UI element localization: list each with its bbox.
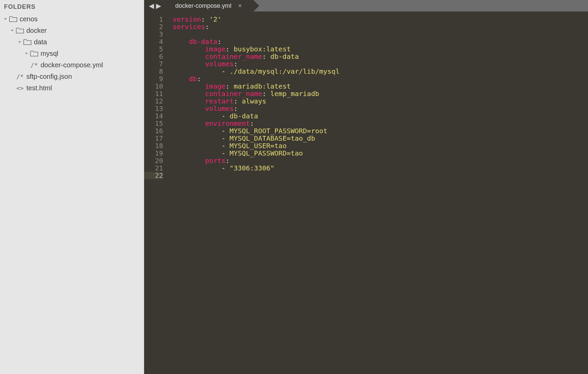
folder-icon [16, 27, 24, 34]
line-number: 13 [144, 105, 163, 112]
tab-nav-arrows: ◀ ▶ [144, 0, 166, 11]
line-number: 22 [144, 172, 163, 179]
sidebar-header: FOLDERS [0, 0, 144, 13]
disclosure-triangle-icon[interactable] [17, 39, 22, 45]
code-line [173, 30, 588, 38]
code-line: version: '2' [173, 16, 588, 23]
code-line: - MYSQL_PASSWORD=tao [173, 149, 588, 157]
code-line: image: busybox:latest [173, 45, 588, 53]
disclosure-triangle-icon[interactable] [24, 62, 29, 68]
file-item-test.html[interactable]: <>test.html [0, 82, 144, 94]
code-line: db-data: [173, 38, 588, 45]
line-number: 19 [144, 149, 163, 157]
line-number: 4 [144, 38, 163, 45]
folder-item-cenos[interactable]: cenos [0, 13, 144, 25]
folder-item-mysql[interactable]: mysql [0, 48, 144, 59]
code-line [173, 172, 588, 179]
line-number: 20 [144, 157, 163, 164]
disclosure-triangle-icon[interactable] [3, 16, 8, 22]
line-number: 12 [144, 97, 163, 105]
code-line: - MYSQL_DATABASE=tao_db [173, 135, 588, 142]
tree-item-label: data [34, 38, 47, 46]
tree-item-label: sftp-config.json [26, 73, 72, 80]
code-line: restart: always [173, 97, 588, 105]
file-type-icon: /* [16, 73, 24, 80]
tab-bar: ◀ ▶ docker-compose.yml × [144, 0, 588, 11]
code-line: image: mariadb:latest [173, 83, 588, 90]
app-root: FOLDERS cenosdockerdatamysql/*docker-com… [0, 0, 588, 374]
code-line: - MYSQL_ROOT_PASSWORD=root [173, 127, 588, 135]
line-number: 1 [144, 16, 163, 23]
line-number: 5 [144, 45, 163, 53]
disclosure-triangle-icon[interactable] [9, 85, 15, 91]
folder-icon [23, 38, 32, 46]
code-line: ports: [173, 157, 588, 164]
line-number: 8 [144, 68, 163, 75]
code-line: container_name: lemp_mariadb [173, 90, 588, 97]
editor-area: ◀ ▶ docker-compose.yml × 123456789101112… [144, 0, 588, 374]
line-number: 16 [144, 127, 163, 135]
line-number: 10 [144, 83, 163, 90]
line-number: 17 [144, 135, 163, 142]
line-number: 15 [144, 120, 163, 127]
code-line: container_name: db-data [173, 53, 588, 60]
line-number: 21 [144, 164, 163, 172]
nav-forward-icon[interactable]: ▶ [156, 2, 161, 9]
code-line: volumes: [173, 60, 588, 68]
close-icon[interactable]: × [238, 2, 242, 9]
file-type-icon: <> [16, 85, 24, 92]
code-pane: 12345678910111213141516171819202122 vers… [144, 11, 588, 374]
tree-item-label: cenos [20, 15, 38, 23]
code-line: - MYSQL_USER=tao [173, 142, 588, 149]
file-item-sftp-config.json[interactable]: /*sftp-config.json [0, 71, 144, 82]
code-line: environment: [173, 120, 588, 127]
code-line: services: [173, 23, 588, 30]
code-line: - "3306:3306" [173, 164, 588, 172]
tree-item-label: docker [26, 27, 47, 34]
folder-item-data[interactable]: data [0, 36, 144, 48]
file-item-docker-compose.yml[interactable]: /*docker-compose.yml [0, 59, 144, 71]
tree-item-label: test.html [26, 84, 52, 92]
tab-title: docker-compose.yml [175, 2, 231, 9]
line-number: 11 [144, 90, 163, 97]
folder-tree: cenosdockerdatamysql/*docker-compose.yml… [0, 13, 144, 94]
tree-item-label: mysql [41, 50, 58, 57]
line-number: 9 [144, 75, 163, 83]
line-number: 14 [144, 112, 163, 120]
line-number: 18 [144, 142, 163, 149]
folder-icon [30, 50, 39, 57]
code-line: db: [173, 75, 588, 83]
code-line: - db-data [173, 112, 588, 120]
disclosure-triangle-icon[interactable] [24, 51, 29, 56]
line-number: 7 [144, 60, 163, 68]
folder-item-docker[interactable]: docker [0, 25, 144, 36]
disclosure-triangle-icon[interactable] [9, 74, 15, 79]
tree-item-label: docker-compose.yml [41, 61, 103, 69]
file-type-icon: /* [30, 62, 39, 69]
folders-sidebar: FOLDERS cenosdockerdatamysql/*docker-com… [0, 0, 144, 374]
disclosure-triangle-icon[interactable] [9, 28, 15, 33]
folder-icon [9, 15, 18, 23]
line-number-gutter: 12345678910111213141516171819202122 [144, 11, 166, 374]
line-number: 3 [144, 30, 163, 38]
tab-active[interactable]: docker-compose.yml × [166, 0, 253, 11]
code-content[interactable]: version: '2'services: db-data: image: bu… [166, 11, 588, 374]
code-line: - ./data/mysql:/var/lib/mysql [173, 68, 588, 75]
code-line: volumes: [173, 105, 588, 112]
line-number: 2 [144, 23, 163, 30]
nav-back-icon[interactable]: ◀ [149, 2, 154, 9]
line-number: 6 [144, 53, 163, 60]
